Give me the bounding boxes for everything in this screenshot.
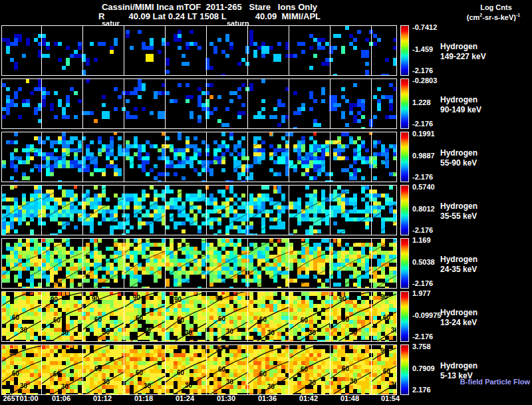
colorbar-min-label: -2.176 — [412, 67, 433, 74]
time-axis-label-9: 01:54 — [381, 394, 400, 402]
colorbar-mid-label: 0.9887 — [412, 152, 435, 160]
row-species-label: Hydrogen — [440, 148, 477, 158]
spectrogram-row-3: 0.1991 0.9887 -2.176 Hydrogen 55-90 keV — [0, 132, 532, 185]
time-axis-label-7: 01:42 — [299, 394, 318, 402]
unit-prefix: (cm — [467, 13, 480, 21]
spectrogram-row-4: 0.5740 0.8012 -2.176 Hydrogen 35-55 keV — [0, 185, 532, 238]
time-axis-label-6: 01:36 — [258, 394, 277, 402]
colorbar-1 — [400, 25, 409, 76]
colorbar-7 — [400, 344, 409, 395]
colorbar-2 — [400, 78, 409, 129]
row-energy-label: 90-149 keV — [440, 105, 481, 114]
spectrogram-panel-24-35kev — [1, 238, 397, 289]
spectrogram-panel-90-149kev — [1, 78, 397, 129]
spectrogram-panel-149-227kev — [1, 25, 397, 76]
time-axis-label-3: 01:18 — [134, 394, 153, 402]
spectrogram-row-7: 3.758 0.7909 2.176 Hydrogen 5-13 keV — [0, 344, 532, 398]
time-axis-label-2: 01:12 — [93, 394, 112, 402]
time-axis-label-4: 01:24 — [176, 394, 194, 402]
page-title: Cassini/MIMI Inca mTOF 2011-265 Stare Io… — [0, 2, 419, 12]
colorbar-max-label: 1.977 — [412, 289, 431, 297]
colorbar-min-label: -2.176 — [412, 333, 433, 340]
spectrogram-row-1: -0.7412 -1.459 -2.176 Hydrogen 149-227 k… — [0, 25, 532, 78]
bfield-particle-flow-label: B-field Particle Flow — [436, 378, 530, 386]
row-species-label: Hydrogen — [440, 361, 477, 370]
colorbar-legend-title: Log Cnts — [462, 3, 530, 11]
colorbar-mid-label: 1.228 — [412, 98, 431, 106]
row-energy-label: 13-24 keV — [440, 318, 477, 327]
colorbar-mid-label: -1.459 — [412, 45, 433, 53]
colorbar-4 — [400, 185, 409, 235]
colorbar-max-label: 0.1991 — [412, 130, 435, 138]
row-species-label: Hydrogen — [440, 42, 477, 51]
time-axis-label-5: 01:30 — [217, 394, 235, 402]
colorbar-min-label: -2.176 — [412, 120, 433, 128]
spectrogram-row-5: 1.169 0.5038 -2.176 Hydrogen 24-35 keV — [0, 238, 532, 291]
colorbar-5 — [400, 238, 409, 289]
colorbar-6 — [400, 291, 409, 342]
row-species-label: Hydrogen — [440, 95, 477, 104]
colorbar-min-label: 2.176 — [412, 386, 431, 394]
colorbar-mid-label: -0.09975 — [412, 311, 441, 319]
row-energy-label: 55-90 keV — [440, 158, 477, 168]
time-axis-label-8: 01:48 — [340, 394, 359, 402]
time-axis-label-0: 265T01:00 — [3, 394, 38, 402]
unit-mid: -sr-s-keV) — [482, 13, 516, 21]
colorbar-3 — [400, 132, 409, 182]
colorbar-min-label: -2.176 — [412, 279, 433, 287]
colorbar-min-label: -2.176 — [412, 173, 433, 181]
colorbar-max-label: 0.5740 — [412, 183, 435, 191]
row-energy-label: 24-35 keV — [440, 265, 477, 274]
colorbar-legend-unit: (cm2-sr-s-keV)-1 — [456, 13, 531, 21]
colorbar-max-label: 1.169 — [412, 236, 431, 244]
row-energy-label: 35-55 keV — [440, 211, 477, 221]
colorbar-max-label: 3.758 — [412, 342, 431, 350]
time-axis-label-1: 01:06 — [52, 394, 70, 402]
saturn-marker-label-1: satur — [102, 19, 120, 27]
screenshot-root: Cassini/MIMI Inca mTOF 2011-265 Stare Io… — [0, 0, 532, 405]
colorbar-mid-label: 0.5038 — [412, 258, 435, 266]
colorbar-min-label: -2.176 — [412, 226, 433, 234]
spectrogram-row-6: 1.977 -0.09975 -2.176 Hydrogen 13-24 keV — [0, 291, 532, 344]
row-species-label: Hydrogen — [440, 308, 477, 317]
row-species-label: Hydrogen — [440, 255, 477, 264]
colorbar-max-label: -0.7412 — [412, 23, 437, 31]
saturn-marker-label-2: saturn — [227, 19, 249, 27]
spectrogram-panel-13-24kev — [1, 291, 397, 342]
row-energy-label: 149-227 keV — [440, 52, 486, 61]
spectrogram-panel-35-55kev — [1, 185, 397, 235]
unit-exponent-neg1: -1 — [516, 13, 520, 17]
colorbar-max-label: -0.2803 — [412, 76, 437, 84]
row-species-label: Hydrogen — [440, 202, 477, 211]
colorbar-mid-label: 0.8012 — [412, 205, 435, 213]
trajectory-subtitle: R 40.09 Lat 0.24 LT 1508 L 40.09 MIMI/AP… — [0, 11, 419, 21]
spectrogram-row-2: -0.2803 1.228 -2.176 Hydrogen 90-149 keV — [0, 78, 532, 132]
spectrogram-panel-5-13kev — [1, 344, 397, 395]
spectrogram-panel-55-90kev — [1, 132, 397, 182]
colorbar-mid-label: 0.7909 — [412, 364, 435, 372]
